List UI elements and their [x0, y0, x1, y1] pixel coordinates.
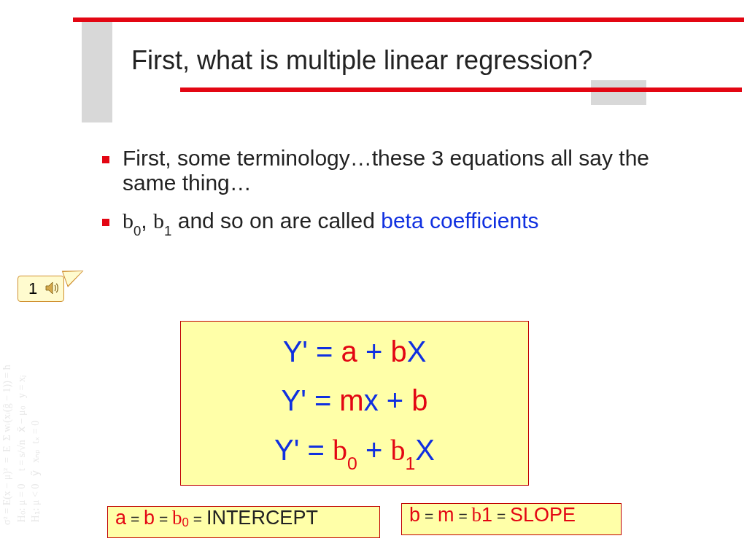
beta0-symbol: b — [123, 209, 133, 233]
mid-red-bar — [180, 88, 742, 92]
bullet-square-icon — [102, 219, 109, 226]
slide-title: First, what is multiple linear regressio… — [131, 45, 592, 76]
equation-3: Y' = b0 + b1X — [196, 433, 514, 471]
beta1-subscript: 1 — [164, 223, 171, 238]
bullet-2: b0, b1 and so on are called beta coeffic… — [102, 209, 700, 237]
equations-box: Y' = a + bX Y' = mx + b Y' = b0 + b1X — [180, 321, 529, 486]
intercept-definition-box: a = b = b0 = INTERCEPT — [107, 506, 380, 538]
equation-2: Y' = mx + b — [196, 384, 514, 417]
beta1-symbol: b — [153, 209, 164, 233]
equation-1: Y' = a + bX — [196, 335, 514, 368]
grey-accent-right — [591, 80, 646, 105]
speaker-icon — [44, 279, 61, 297]
beta0-subscript: 0 — [133, 223, 141, 238]
slope-definition-box: b = m = b1 = SLOPE — [401, 503, 622, 535]
bullet-square-icon — [102, 156, 109, 163]
bullet-list: First, some terminology…these 3 equation… — [102, 146, 700, 250]
top-red-bar — [73, 18, 744, 22]
bullet-2-text: b0, b1 and so on are called beta coeffic… — [123, 209, 539, 237]
bullet-1: First, some terminology…these 3 equation… — [102, 146, 700, 195]
grey-accent-left — [82, 22, 112, 122]
bullet-1-text: First, some terminology…these 3 equation… — [123, 146, 700, 195]
callout-number: 1 — [28, 279, 37, 298]
beta-coefficients-term: beta coefficients — [381, 209, 538, 233]
